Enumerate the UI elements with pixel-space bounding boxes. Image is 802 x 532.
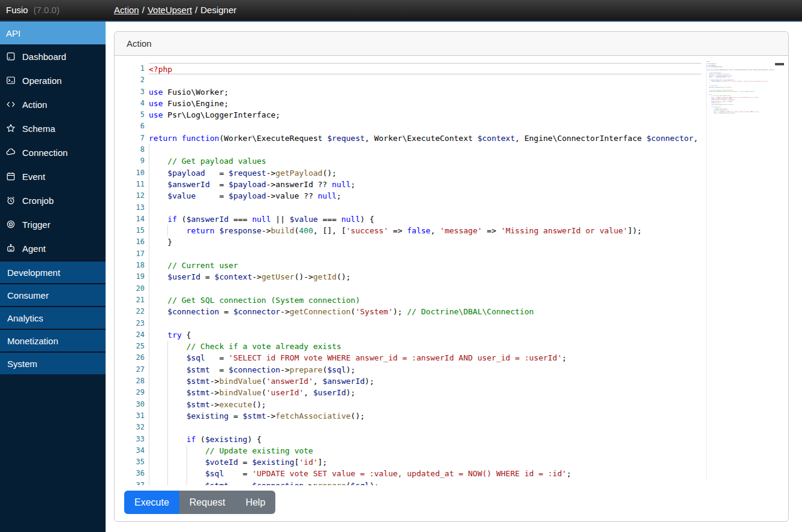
indent-guide <box>149 144 149 155</box>
line-number[interactable]: 15 <box>115 225 145 236</box>
code-line[interactable]: 25 // Check if a vote already exists <box>115 341 701 352</box>
line-number[interactable]: 23 <box>115 318 145 329</box>
line-number[interactable]: 12 <box>115 190 145 202</box>
sidebar-item-api[interactable]: API <box>0 22 106 44</box>
scrollbar-thumb[interactable] <box>775 63 784 65</box>
brand-link[interactable]: Fusio <box>6 5 28 15</box>
request-button[interactable]: Request <box>179 491 236 514</box>
code-line[interactable]: 11 $answerId = $payload->answerId ?? nul… <box>115 179 701 190</box>
code-line[interactable]: 35 $voteId = $existing['id']; <box>115 456 701 468</box>
line-number[interactable]: 10 <box>115 167 145 179</box>
code-line[interactable]: 22 $connection = $connector->getConnecti… <box>115 306 701 317</box>
line-number[interactable]: 3 <box>115 86 145 98</box>
line-number[interactable]: 30 <box>115 399 145 410</box>
line-number[interactable]: 11 <box>115 179 145 190</box>
line-number[interactable]: 37 <box>115 480 145 485</box>
line-number[interactable]: 31 <box>115 410 145 422</box>
sidebar-item-dashboard[interactable]: Dashboard <box>0 44 106 68</box>
code-line[interactable]: 29 $stmt->bindValue('userId', $userId); <box>115 387 701 398</box>
code-viewport[interactable]: 1<?php23use Fusio\Worker;4use Fusio\Engi… <box>115 56 701 485</box>
line-number[interactable]: 4 <box>115 98 145 109</box>
code-line[interactable]: 10 $payload = $request->getPayload(); <box>115 167 701 179</box>
breadcrumb-item-voteupsert[interactable]: VoteUpsert <box>148 5 192 15</box>
code-line[interactable]: 14 if ($answerId === null || $value === … <box>115 214 701 225</box>
code-line[interactable]: 7return function(Worker\ExecuteRequest $… <box>115 133 701 144</box>
line-number[interactable]: 33 <box>115 434 145 445</box>
line-number[interactable]: 32 <box>115 422 145 433</box>
sidebar-item-cronjob[interactable]: Cronjob <box>0 188 106 212</box>
line-number[interactable]: 22 <box>115 306 145 317</box>
line-number[interactable]: 28 <box>115 375 145 387</box>
code-line[interactable]: 12 $value = $payload->value ?? null; <box>115 190 701 202</box>
code-line[interactable]: 8 <box>115 144 701 155</box>
code-line[interactable]: 27 $stmt = $connection->prepare($sql); <box>115 364 701 375</box>
code-line[interactable]: 26 $sql = 'SELECT id FROM vote WHERE ans… <box>115 352 701 363</box>
line-number[interactable]: 9 <box>115 155 145 167</box>
code-editor[interactable]: 1<?php23use Fusio\Worker;4use Fusio\Engi… <box>115 56 788 485</box>
code-line[interactable]: 15 return $response->build(400, [], ['su… <box>115 225 701 236</box>
sidebar-section-analytics[interactable]: Analytics <box>0 306 106 329</box>
line-number[interactable]: 36 <box>115 468 145 479</box>
line-number[interactable]: 20 <box>115 283 145 294</box>
sidebar-section-monetization[interactable]: Monetization <box>0 329 106 351</box>
sidebar-item-connection[interactable]: Connection <box>0 140 106 164</box>
line-number[interactable]: 8 <box>115 144 145 155</box>
line-number[interactable]: 6 <box>115 121 145 132</box>
line-number[interactable]: 16 <box>115 236 145 248</box>
sidebar-section-system[interactable]: System <box>0 351 106 374</box>
line-number[interactable]: 19 <box>115 271 145 282</box>
line-number[interactable]: 29 <box>115 387 145 398</box>
sidebar-section-development[interactable]: Development <box>0 260 106 283</box>
line-number[interactable]: 24 <box>115 329 145 341</box>
code-line[interactable]: 3use Fusio\Worker; <box>115 86 701 98</box>
line-number[interactable]: 25 <box>115 341 145 352</box>
code-line[interactable]: 32 <box>115 422 701 433</box>
line-number[interactable]: 21 <box>115 294 145 306</box>
code-line[interactable]: 9 // Get payload values <box>115 155 701 167</box>
code-line[interactable]: 4use Fusio\Engine; <box>115 98 701 109</box>
code-line[interactable]: 20 <box>115 283 701 294</box>
code-line[interactable]: 33 if ($existing) { <box>115 434 701 445</box>
sidebar-section-consumer[interactable]: Consumer <box>0 283 106 306</box>
line-number[interactable]: 18 <box>115 260 145 271</box>
line-number[interactable]: 14 <box>115 214 145 225</box>
code-line[interactable]: 24 try { <box>115 329 701 341</box>
line-number[interactable]: 27 <box>115 364 145 375</box>
code-line[interactable]: 21 // Get SQL connection (System connect… <box>115 294 701 306</box>
code-line[interactable]: 6 <box>115 121 701 132</box>
sidebar-item-action[interactable]: Action <box>0 92 106 116</box>
minimap[interactable]: <?phpuse Fusio\Worker;use Fusio\Engine;u… <box>706 61 774 480</box>
code-line[interactable]: 1<?php <box>115 63 701 74</box>
line-number[interactable]: 2 <box>115 74 145 86</box>
line-number[interactable]: 5 <box>115 109 145 121</box>
code-line[interactable]: 37 $stmt = $connection->prepare($sql); <box>115 480 701 485</box>
line-number[interactable]: 13 <box>115 202 145 214</box>
sidebar-item-schema[interactable]: Schema <box>0 116 106 140</box>
sidebar-item-agent[interactable]: Agent <box>0 236 106 260</box>
breadcrumb-item-action[interactable]: Action <box>114 5 139 15</box>
code-line[interactable]: 23 <box>115 318 701 329</box>
code-line[interactable]: 17 <box>115 248 701 260</box>
line-number[interactable]: 17 <box>115 248 145 260</box>
line-number[interactable]: 34 <box>115 445 145 456</box>
sidebar-item-trigger[interactable]: Trigger <box>0 212 106 236</box>
help-button[interactable]: Help <box>235 491 275 514</box>
code-line[interactable]: 19 $userId = $context->getUser()->getId(… <box>115 271 701 282</box>
execute-button[interactable]: Execute <box>124 491 179 514</box>
code-line[interactable]: 36 $sql = 'UPDATE vote SET value = :valu… <box>115 468 701 479</box>
code-line[interactable]: 34 // Update existing vote <box>115 445 701 456</box>
code-line[interactable]: 30 $stmt->execute(); <box>115 399 701 410</box>
line-number[interactable]: 35 <box>115 456 145 468</box>
line-number[interactable]: 7 <box>115 133 145 144</box>
code-line[interactable]: 31 $existing = $stmt->fetchAssociative()… <box>115 410 701 422</box>
sidebar-item-event[interactable]: Event <box>0 164 106 188</box>
line-number[interactable]: 26 <box>115 352 145 363</box>
code-line[interactable]: 2 <box>115 74 701 86</box>
sidebar-item-operation[interactable]: Operation <box>0 68 106 92</box>
code-line[interactable]: 13 <box>115 202 701 214</box>
code-line[interactable]: 16 } <box>115 236 701 248</box>
code-line[interactable]: 18 // Current user <box>115 260 701 271</box>
code-line[interactable]: 28 $stmt->bindValue('answerId', $answerI… <box>115 375 701 387</box>
code-line[interactable]: 5use Psr\Log\LoggerInterface; <box>115 109 701 121</box>
line-number[interactable]: 1 <box>115 63 145 74</box>
